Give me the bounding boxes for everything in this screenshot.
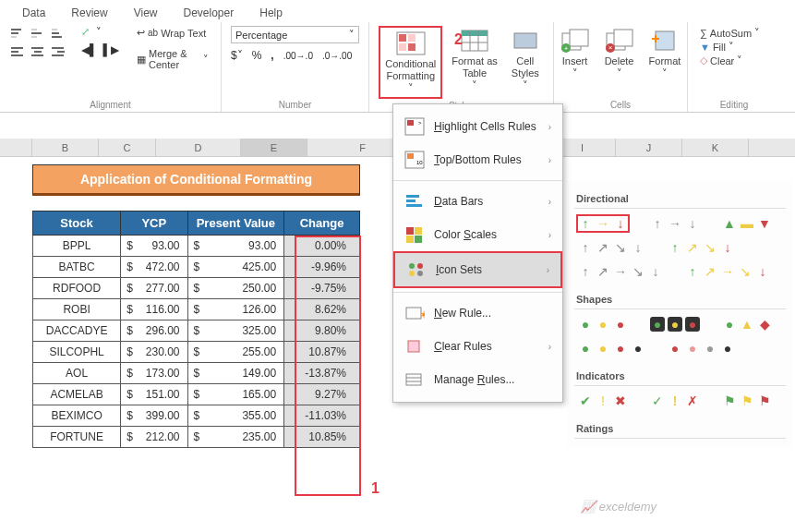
clear-button[interactable]: ◇ Clear ˅ bbox=[697, 54, 771, 67]
cell-ycp[interactable]: 399.00 bbox=[121, 405, 187, 427]
cf-new-rule[interactable]: ✶ New Rule... bbox=[393, 296, 562, 330]
insert-cells-icon: + bbox=[560, 28, 590, 54]
cell-ycp[interactable]: 472.00 bbox=[121, 257, 187, 278]
align-top-icon[interactable] bbox=[9, 26, 26, 41]
svg-point-36 bbox=[417, 271, 423, 276]
iconset-3flags[interactable]: ⚑⚑⚑ bbox=[720, 392, 774, 410]
iconset-5arrows-colored[interactable]: ↑↗→↘↓ bbox=[683, 262, 772, 281]
increase-indent-icon[interactable]: ▌▶ bbox=[103, 43, 120, 56]
fill-button[interactable]: ▼ Fill ˅ bbox=[697, 40, 771, 54]
increase-decimal-icon[interactable]: .00→.0 bbox=[283, 51, 313, 61]
cell-pv[interactable]: 165.00 bbox=[187, 384, 284, 405]
cf-data-bars[interactable]: Data Bars› bbox=[393, 185, 562, 218]
cell-stock[interactable]: AOL bbox=[33, 363, 121, 384]
col-e[interactable]: E bbox=[241, 139, 307, 156]
autosum-button[interactable]: ∑ AutoSum ˅ bbox=[697, 26, 771, 40]
col-k[interactable]: K bbox=[682, 139, 749, 156]
cell-ycp[interactable]: 173.00 bbox=[121, 363, 187, 384]
cell-styles-button[interactable]: Cell Styles ˅ bbox=[507, 26, 544, 93]
cell-stock[interactable]: SILCOPHL bbox=[33, 342, 121, 363]
align-center-icon[interactable] bbox=[30, 44, 46, 59]
decrease-decimal-icon[interactable]: .0→.00 bbox=[322, 51, 352, 61]
iconset-3arrows-gray[interactable]: ↑→↓ bbox=[648, 214, 702, 233]
svg-rect-24 bbox=[407, 153, 414, 159]
svg-rect-26 bbox=[406, 195, 419, 198]
wrap-text-button[interactable]: ↩ab Wrap Text bbox=[134, 26, 211, 40]
cell-stock[interactable]: ACMELAB bbox=[33, 384, 121, 405]
cell-stock[interactable]: BATBC bbox=[33, 257, 121, 278]
col-b[interactable]: B bbox=[32, 139, 99, 156]
cf-clear-rules[interactable]: Clear Rules› bbox=[393, 330, 562, 363]
col-c[interactable]: C bbox=[99, 139, 156, 156]
cell-ycp[interactable]: 277.00 bbox=[121, 278, 187, 299]
cell-pv[interactable]: 355.00 bbox=[187, 405, 284, 427]
align-right-icon[interactable] bbox=[50, 44, 66, 59]
cell-pv[interactable]: 325.00 bbox=[187, 320, 284, 342]
format-button[interactable]: Format˅ bbox=[645, 26, 685, 81]
cell-pv[interactable]: 235.00 bbox=[187, 427, 284, 448]
tab-review[interactable]: Review bbox=[58, 4, 120, 22]
cf-top-bottom[interactable]: 10 Top/Bottom Rules› bbox=[393, 143, 562, 176]
cell-pv[interactable]: 126.00 bbox=[187, 299, 284, 320]
iconset-3trafficlights-rimmed[interactable]: ●●● bbox=[648, 315, 702, 333]
tab-developer[interactable]: Developer bbox=[171, 4, 247, 22]
iconset-3signs[interactable]: ●▲◆ bbox=[720, 315, 774, 333]
iconset-3arrows-colored[interactable]: ↑→↓ bbox=[576, 214, 630, 233]
tab-data[interactable]: Data bbox=[9, 4, 58, 22]
cf-icon-sets[interactable]: Icon Sets› bbox=[393, 251, 562, 288]
cell-ycp[interactable]: 93.00 bbox=[121, 236, 187, 257]
color-scales-icon bbox=[404, 225, 425, 244]
col-j[interactable]: J bbox=[616, 139, 682, 156]
iconset-4arrows-gray[interactable]: ↑↗↘↓ bbox=[576, 238, 647, 257]
cell-pv[interactable]: 255.00 bbox=[187, 342, 284, 363]
iconset-3symbols-circled[interactable]: ✔!✖ bbox=[576, 392, 630, 410]
cell-stock[interactable]: RDFOOD bbox=[33, 278, 121, 299]
iconset-4trafficlights[interactable]: ●●●● bbox=[576, 339, 647, 357]
iconset-5arrows-gray[interactable]: ↑↗→↘↓ bbox=[576, 262, 665, 281]
cell-stock[interactable]: FORTUNE bbox=[33, 427, 121, 448]
merge-center-button[interactable]: ▦ Merge & Center ˅ bbox=[134, 47, 211, 71]
align-left-icon[interactable] bbox=[9, 44, 26, 59]
cell-ycp[interactable]: 151.00 bbox=[121, 384, 187, 405]
orientation-icon[interactable]: ⤢ bbox=[81, 26, 90, 38]
conditional-formatting-button[interactable]: Conditional Formatting ˅ bbox=[379, 26, 442, 99]
delete-button[interactable]: ×Delete˅ bbox=[601, 26, 638, 81]
align-bot-icon[interactable] bbox=[50, 26, 66, 41]
decrease-indent-icon[interactable]: ◀▌ bbox=[81, 43, 98, 56]
iconset-redtoblack[interactable]: ●●●● bbox=[666, 339, 737, 357]
change-column-highlight bbox=[295, 236, 361, 496]
iconset-3triangles[interactable]: ▲▬▼ bbox=[720, 214, 774, 233]
conditional-formatting-icon bbox=[396, 30, 426, 56]
svg-text:✶: ✶ bbox=[419, 308, 425, 321]
cell-pv[interactable]: 425.00 bbox=[187, 257, 284, 278]
accounting-icon[interactable]: $˅ bbox=[231, 49, 243, 62]
cell-stock[interactable]: BEXIMCO bbox=[33, 405, 121, 427]
tab-help[interactable]: Help bbox=[247, 4, 295, 22]
cell-pv[interactable]: 149.00 bbox=[187, 363, 284, 384]
cf-highlight-cells[interactable]: > Highlight Cells Rules› bbox=[393, 110, 562, 143]
conditional-formatting-menu: > Highlight Cells Rules› 10 Top/Bottom R… bbox=[392, 103, 563, 403]
tab-view[interactable]: View bbox=[121, 4, 171, 22]
insert-button[interactable]: +Insert˅ bbox=[557, 26, 594, 81]
cell-ycp[interactable]: 296.00 bbox=[121, 320, 187, 342]
comma-icon[interactable]: , bbox=[271, 49, 273, 62]
align-mid-icon[interactable] bbox=[30, 26, 46, 41]
cf-manage-rules[interactable]: Manage Rules... bbox=[393, 363, 562, 396]
cell-stock[interactable]: DACCADYE bbox=[33, 320, 121, 342]
number-label: Number bbox=[279, 100, 312, 110]
iconset-3symbols[interactable]: ✓!✗ bbox=[648, 392, 702, 410]
cell-stock[interactable]: ROBI bbox=[33, 299, 121, 320]
cell-stock[interactable]: BPPL bbox=[33, 236, 121, 257]
cell-ycp[interactable]: 116.00 bbox=[121, 299, 187, 320]
iconset-3trafficlights[interactable]: ●●● bbox=[576, 315, 630, 333]
top-bottom-icon: 10 bbox=[404, 151, 425, 169]
percent-icon[interactable]: % bbox=[252, 49, 262, 62]
number-format-dropdown[interactable]: Percentage˅ bbox=[231, 26, 359, 43]
iconset-4arrows-colored[interactable]: ↑↗↘↓ bbox=[666, 238, 737, 257]
cell-pv[interactable]: 250.00 bbox=[187, 278, 284, 299]
cell-ycp[interactable]: 230.00 bbox=[121, 342, 187, 363]
cf-color-scales[interactable]: Color Scales› bbox=[393, 218, 562, 251]
col-d[interactable]: D bbox=[156, 139, 241, 156]
cell-ycp[interactable]: 212.00 bbox=[121, 427, 187, 448]
cell-pv[interactable]: 93.00 bbox=[187, 236, 284, 257]
